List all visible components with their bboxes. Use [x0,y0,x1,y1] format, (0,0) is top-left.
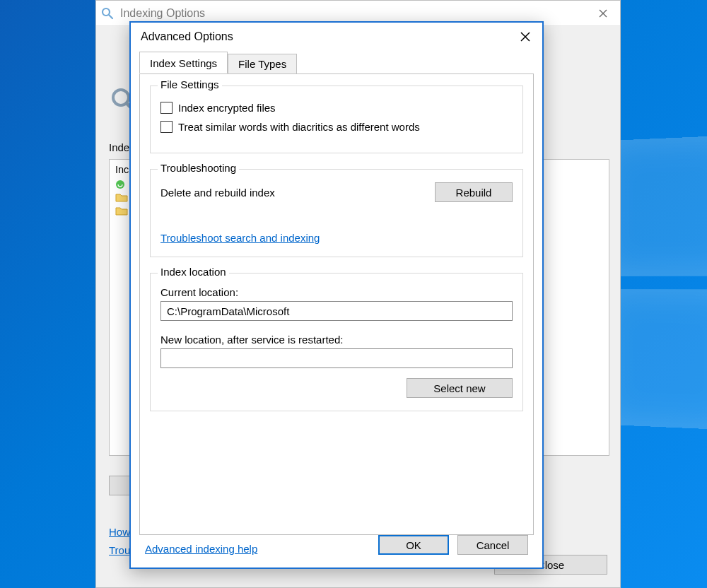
tab-panel-index-settings: File Settings Index encrypted files Trea… [139,74,534,535]
tab-file-types[interactable]: File Types [228,54,297,74]
svg-point-4 [116,180,124,189]
modal-title: Advanced Options [141,30,233,43]
rebuild-button[interactable]: Rebuild [435,182,513,202]
folder-icon [115,192,128,202]
checkbox-diacritics[interactable]: Treat similar words with diacritics as d… [160,121,513,133]
advanced-options-dialog: Advanced Options Index Settings File Typ… [129,21,544,569]
checkbox-index-encrypted[interactable]: Index encrypted files [160,102,513,114]
troubleshooting-desc: Delete and rebuild index [160,187,275,199]
current-location-label: Current location: [160,286,513,298]
cancel-button[interactable]: Cancel [457,535,528,555]
select-new-button[interactable]: Select new [407,378,513,398]
legend-index-location: Index location [158,266,229,278]
checkbox-label: Index encrypted files [178,102,276,114]
advanced-help-link[interactable]: Advanced indexing help [145,543,257,555]
new-location-label: New location, after service is restarted… [160,334,513,346]
sync-folder-icon [115,180,128,189]
troubleshoot-search-link[interactable]: Troubleshoot search and indexing [160,232,320,244]
modal-close-button[interactable] [508,23,542,51]
modal-titlebar: Advanced Options [131,23,542,51]
modal-footer: Advanced indexing help OK Cancel [131,535,542,568]
checkbox-icon [160,102,173,114]
current-location-field[interactable] [160,301,513,321]
tab-index-settings[interactable]: Index Settings [139,52,228,74]
group-troubleshooting: Troubleshooting Delete and rebuild index… [150,169,523,257]
search-options-icon [100,6,115,20]
parent-title: Indexing Options [120,7,205,20]
ok-button[interactable]: OK [378,535,449,555]
group-index-location: Index location Current location: New loc… [150,273,523,411]
legend-troubleshooting: Troubleshooting [158,162,239,174]
tabstrip: Index Settings File Types [131,51,542,74]
parent-close-button[interactable] [586,1,620,26]
svg-line-1 [109,15,112,18]
folder-icon [115,206,128,216]
new-location-field[interactable] [160,348,513,368]
checkbox-label: Treat similar words with diacritics as d… [178,121,420,133]
checkbox-icon [160,121,173,133]
how-link[interactable]: How [109,526,130,538]
group-file-settings: File Settings Index encrypted files Trea… [150,86,523,153]
legend-file-settings: File Settings [158,78,222,90]
